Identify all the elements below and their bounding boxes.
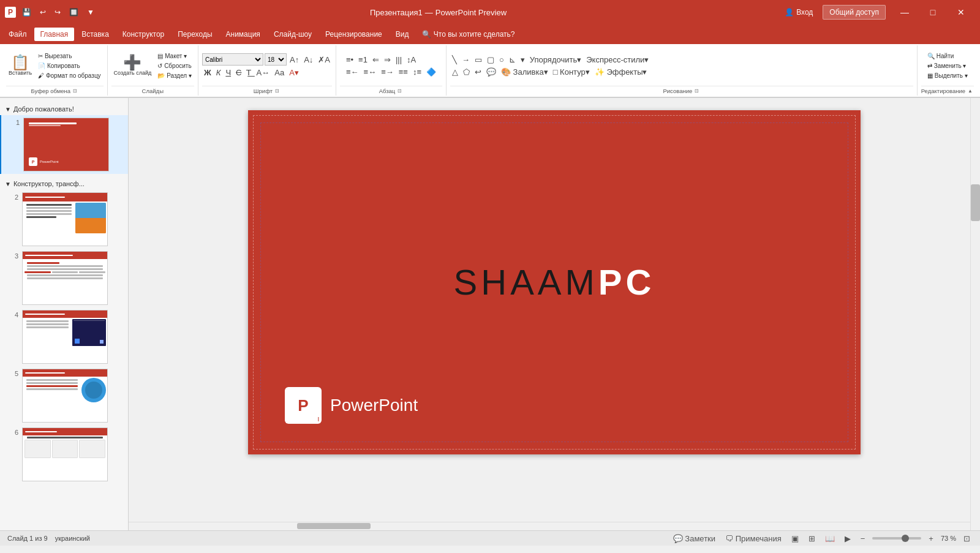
paste-button[interactable]: 📋 Вставить	[6, 54, 34, 77]
slide-item-2[interactable]: 2	[0, 190, 128, 249]
zoom-slider[interactable]	[872, 537, 921, 540]
justify-btn[interactable]: ≡≡	[397, 67, 410, 77]
reset-button[interactable]: ↺ Сбросить	[155, 61, 194, 70]
curved-arrow-tool[interactable]: ↩	[473, 67, 483, 77]
menu-design[interactable]: Конструктор	[116, 28, 170, 41]
menu-insert[interactable]: Вставка	[75, 28, 115, 41]
section-header-2[interactable]: ▼ Конструктор, трансф...	[0, 178, 128, 190]
decrease-indent-btn[interactable]: ⇐	[371, 55, 381, 65]
slideshow-btn[interactable]: ▶	[842, 533, 853, 544]
arrange-btn[interactable]: Упорядочить▾	[528, 55, 583, 65]
slide-item-5[interactable]: 5	[0, 366, 128, 425]
menu-file[interactable]: Файл	[2, 28, 33, 41]
menu-slideshow[interactable]: Слайд-шоу	[268, 28, 318, 41]
horizontal-scrollbar[interactable]	[129, 522, 970, 530]
paragraph-expand-icon[interactable]: ⊡	[396, 88, 403, 94]
underline-btn[interactable]: Ч	[224, 67, 233, 78]
restore-btn[interactable]: □	[919, 0, 947, 24]
font-family-select[interactable]: CalibriArialTimes New Roman	[202, 53, 263, 66]
menu-view[interactable]: Вид	[390, 28, 415, 41]
font-size-increase-btn[interactable]: A↑	[288, 55, 301, 65]
menu-animations[interactable]: Анимация	[220, 28, 266, 41]
line-spacing-btn[interactable]: ↕≡	[411, 67, 423, 77]
presentation-view-btn[interactable]: 🔲	[67, 7, 81, 18]
reading-view-btn[interactable]: 📖	[823, 533, 837, 544]
slide-item-3[interactable]: 3	[0, 249, 128, 307]
slide-item-4[interactable]: 4	[0, 307, 128, 366]
char-spacing-btn[interactable]: A↔	[254, 67, 271, 78]
select-button[interactable]: ▦ Выделить ▾	[925, 71, 970, 80]
font-size-decrease-btn[interactable]: A↓	[302, 55, 315, 65]
close-btn[interactable]: ✕	[947, 0, 975, 24]
copy-button[interactable]: 📄 Копировать	[36, 61, 103, 70]
zoom-slider-thumb[interactable]	[902, 535, 909, 542]
pentagon-tool[interactable]: ⬠	[461, 67, 472, 77]
right-angle-tool[interactable]: ⊾	[507, 55, 518, 65]
vertical-scrollbar[interactable]	[970, 98, 980, 530]
change-case-btn[interactable]: Аа	[273, 67, 286, 78]
font-size-select[interactable]: 18121416242836	[265, 53, 287, 66]
horizontal-scroll-thumb[interactable]	[297, 523, 371, 529]
font-color-btn[interactable]: A▾	[287, 67, 301, 78]
columns-btn[interactable]: |||	[394, 55, 404, 65]
quick-styles-btn[interactable]: Экспресс-стили▾	[584, 55, 650, 65]
align-left-btn[interactable]: ≡←	[344, 67, 361, 77]
circle-tool[interactable]: ○	[497, 55, 506, 65]
line-tool[interactable]: ╲	[450, 55, 459, 65]
format-painter-button[interactable]: 🖌 Формат по образцу	[36, 71, 103, 80]
fit-slide-btn[interactable]: ⊡	[961, 533, 973, 544]
menu-home[interactable]: Главная	[34, 28, 75, 41]
menu-review[interactable]: Рецензирование	[319, 28, 388, 41]
align-right-btn[interactable]: ≡→	[379, 67, 396, 77]
zoom-in-btn[interactable]: +	[926, 533, 936, 544]
rect-tool[interactable]: ▭	[473, 55, 484, 65]
callout-tool[interactable]: 💬	[484, 67, 498, 77]
section-header-1[interactable]: ▼ Добро пожаловать!	[0, 103, 128, 115]
menu-transitions[interactable]: Переходы	[172, 28, 218, 41]
comments-btn[interactable]: 🗨 Примечания	[723, 533, 784, 544]
editing-expand-icon[interactable]: ▲	[967, 88, 974, 94]
redo-btn[interactable]: ↪	[52, 7, 63, 18]
slide-sorter-btn[interactable]: ⊞	[806, 533, 818, 544]
notes-btn[interactable]: 💬 Заметки	[671, 533, 718, 544]
text-shadow-btn[interactable]: T͟	[244, 67, 253, 78]
clipboard-expand-icon[interactable]: ⊡	[72, 88, 78, 94]
align-center-btn[interactable]: ≡↔	[362, 67, 379, 77]
triangle-tool[interactable]: △	[450, 67, 460, 77]
signin-button[interactable]: 👤 Вход	[780, 6, 818, 19]
undo-btn[interactable]: ↩	[37, 7, 48, 18]
replace-button[interactable]: ⇄ Заменить ▾	[925, 61, 970, 70]
drawing-expand-icon[interactable]: ⊡	[693, 88, 700, 94]
clear-format-btn[interactable]: ✗A	[316, 55, 332, 65]
italic-btn[interactable]: К	[214, 67, 223, 78]
bold-btn[interactable]: Ж	[202, 67, 213, 78]
section-button[interactable]: 📂 Раздел ▾	[155, 71, 194, 80]
layout-button[interactable]: ▤ Макет ▾	[155, 51, 194, 61]
zoom-out-btn[interactable]: −	[858, 533, 868, 544]
shape-outline-btn[interactable]: □ Контур▾	[551, 67, 592, 77]
slide-item-6[interactable]: 6	[0, 425, 128, 484]
strikethrough-btn[interactable]: С	[234, 67, 243, 78]
more-shapes-btn[interactable]: ▾	[519, 55, 527, 65]
bullets-btn[interactable]: ≡•	[344, 55, 355, 65]
slide-item-1[interactable]: 1 P PowerPoint	[0, 115, 128, 174]
vertical-scroll-thumb[interactable]	[971, 184, 980, 221]
fill-color-btn[interactable]: 🎨 Заливка▾	[499, 67, 550, 77]
numbering-btn[interactable]: ≡1	[356, 55, 369, 65]
text-direction-btn[interactable]: ↕A	[405, 55, 418, 65]
menu-help-search[interactable]: 🔍 Что вы хотите сделать?	[416, 28, 521, 41]
find-button[interactable]: 🔍 Найти	[925, 51, 970, 61]
increase-indent-btn[interactable]: ⇒	[382, 55, 393, 65]
minimize-btn[interactable]: —	[891, 0, 919, 24]
arrow-tool[interactable]: →	[460, 55, 472, 65]
convert-to-smartart-btn[interactable]: 🔷	[424, 67, 438, 77]
font-expand-icon[interactable]: ⊡	[274, 88, 281, 94]
save-quick-btn[interactable]: 💾	[20, 7, 34, 18]
new-slide-button[interactable]: ➕ Создать слайд	[111, 54, 154, 77]
share-button[interactable]: Общий доступ	[823, 5, 886, 20]
shape-effects-btn[interactable]: ✨ Эффекты▾	[593, 67, 649, 77]
rounded-rect-tool[interactable]: ▢	[485, 55, 496, 65]
cut-button[interactable]: ✂ Вырезать	[36, 51, 103, 61]
customize-quick-access-btn[interactable]: ▼	[85, 7, 97, 18]
normal-view-btn[interactable]: ▣	[789, 533, 801, 544]
